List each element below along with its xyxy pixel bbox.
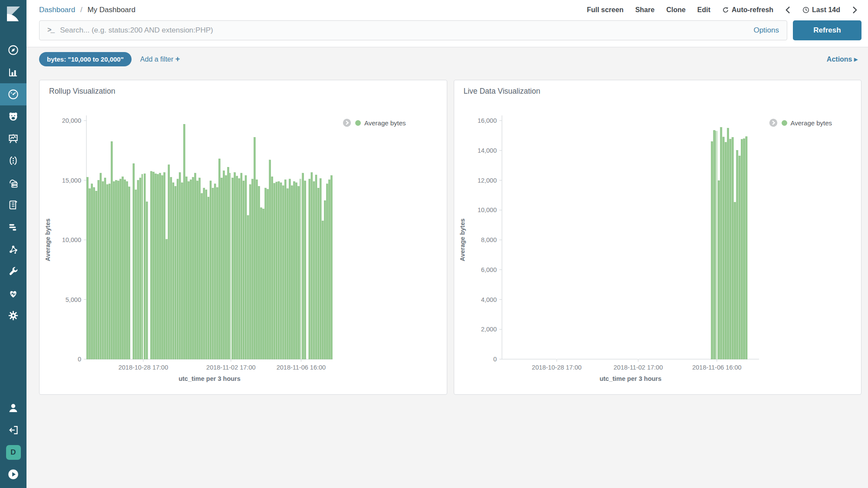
person-icon	[7, 402, 19, 414]
panel-live-data-visualization: Live Data Visualization 02,0004,0006,000…	[454, 80, 862, 395]
sidebar-item-management[interactable]	[0, 305, 26, 327]
sidebar-item-graph[interactable]	[0, 238, 26, 260]
kibana-logo-icon	[6, 6, 21, 22]
sidebar-item-logs[interactable]	[0, 194, 26, 216]
sidebar-item-machine-learning[interactable]	[0, 150, 26, 172]
filter-pill[interactable]: bytes: "10,000 to 20,000"	[39, 52, 132, 66]
svg-text:6,000: 6,000	[481, 266, 496, 273]
sidebar-item-dev-tools[interactable]	[0, 260, 26, 282]
auto-refresh-label: Auto-refresh	[732, 6, 773, 14]
breadcrumb: Dashboard / My Dashboard	[39, 6, 135, 14]
dashboard-grid: Rollup Visualization 05,00010,00015,0002…	[26, 71, 868, 395]
sidebar-collapse-toggle[interactable]	[0, 463, 26, 485]
svg-text:4,000: 4,000	[481, 296, 496, 303]
refresh-cycle-icon	[722, 7, 729, 13]
play-circle-icon	[7, 468, 19, 480]
svg-text:Average bytes: Average bytes	[44, 219, 51, 262]
panel-title: Rollup Visualization	[49, 87, 447, 96]
wrench-icon	[7, 265, 19, 277]
add-filter-label: Add a filter	[140, 56, 173, 63]
sidebar-item-canvas[interactable]	[0, 128, 26, 150]
scroll-icon	[7, 199, 19, 211]
compass-icon	[7, 44, 19, 56]
panel-title: Live Data Visualization	[464, 87, 861, 96]
plus-icon: +	[175, 55, 180, 63]
svg-text:14,000: 14,000	[477, 147, 496, 154]
cloud-servers-icon	[7, 177, 19, 189]
options-link[interactable]: Options	[753, 26, 779, 35]
breadcrumb-dashboard-link[interactable]: Dashboard	[39, 6, 75, 14]
easel-icon	[7, 133, 19, 144]
sidebar-item-infrastructure[interactable]	[0, 172, 26, 194]
legend-collapse-icon[interactable]	[769, 118, 778, 128]
share-button[interactable]: Share	[635, 6, 654, 14]
auto-refresh-button[interactable]: Auto-refresh	[722, 6, 773, 14]
time-back-button[interactable]	[785, 6, 791, 14]
sidebar-nav-top	[0, 39, 26, 327]
chart-wrap: 02,0004,0006,0008,00010,00012,00014,0001…	[454, 96, 861, 387]
space-avatar: D	[6, 445, 21, 460]
legend-label[interactable]: Average bytes	[791, 119, 832, 127]
bars-icon	[7, 221, 19, 233]
chart-legend: Average bytes	[769, 118, 832, 128]
chart-wrap: 05,00010,00015,00020,0002018-10-28 17:00…	[40, 96, 447, 387]
app-root: D Dashboard / My Dashboard Full screen S…	[0, 0, 868, 488]
topbar: Dashboard / My Dashboard Full screen Sha…	[26, 0, 868, 17]
actions-link[interactable]: Actions ▸	[827, 55, 858, 63]
svg-text:2018-10-28 17:00: 2018-10-28 17:00	[119, 364, 168, 371]
actions-label: Actions	[827, 56, 852, 63]
search-input[interactable]	[60, 26, 747, 35]
sidebar-item-visualize[interactable]	[0, 61, 26, 83]
time-range-button[interactable]: Last 14d	[802, 6, 840, 14]
main-area: Dashboard / My Dashboard Full screen Sha…	[26, 0, 868, 488]
filter-bar: bytes: "10,000 to 20,000" Add a filter +…	[26, 47, 868, 71]
heartbeat-icon	[7, 288, 19, 299]
svg-text:16,000: 16,000	[477, 117, 496, 124]
clock-icon	[802, 7, 809, 13]
sidebar-item-timelion[interactable]	[0, 105, 26, 128]
svg-text:2018-11-06 16:00: 2018-11-06 16:00	[277, 364, 326, 371]
svg-text:0: 0	[78, 356, 81, 363]
sidebar-item-logout[interactable]	[0, 419, 26, 441]
time-forward-button[interactable]	[852, 6, 858, 14]
svg-text:utc_time per 3 hours: utc_time per 3 hours	[178, 375, 241, 382]
sidebar-item-user[interactable]	[0, 397, 26, 419]
refresh-button[interactable]: Refresh	[793, 20, 861, 40]
kibana-logo[interactable]	[0, 0, 26, 28]
sidebar-item-space[interactable]: D	[0, 441, 26, 463]
top-menu: Full screen Share Clone Edit Auto-refres…	[587, 6, 858, 14]
svg-text:15,000: 15,000	[62, 177, 81, 184]
sidebar-item-monitoring[interactable]	[0, 282, 26, 305]
search-row: >_ Options Refresh	[26, 17, 868, 47]
legend-label[interactable]: Average bytes	[364, 119, 406, 127]
svg-text:2018-10-28 17:00: 2018-10-28 17:00	[531, 364, 581, 371]
gauge-icon	[7, 88, 19, 100]
sidebar: D	[0, 0, 26, 488]
chevron-left-icon	[785, 6, 791, 14]
svg-text:12,000: 12,000	[477, 177, 496, 184]
gear-icon	[7, 310, 19, 321]
full-screen-button[interactable]: Full screen	[587, 6, 623, 14]
svg-text:20,000: 20,000	[62, 117, 81, 124]
svg-text:2018-11-02 17:00: 2018-11-02 17:00	[614, 364, 663, 371]
bar-chart-icon	[7, 66, 19, 78]
svg-text:Average bytes: Average bytes	[459, 219, 466, 262]
legend-swatch[interactable]	[355, 120, 361, 126]
clone-button[interactable]: Clone	[666, 6, 685, 14]
sidebar-item-apm[interactable]	[0, 216, 26, 238]
panel-rollup-visualization: Rollup Visualization 05,00010,00015,0002…	[39, 80, 447, 395]
legend-swatch[interactable]	[782, 120, 787, 126]
sidebar-nav-bottom: D	[0, 397, 26, 485]
sidebar-item-discover[interactable]	[0, 39, 26, 61]
svg-text:utc_time per 3 hours: utc_time per 3 hours	[599, 375, 661, 382]
legend-collapse-icon[interactable]	[342, 118, 352, 128]
breadcrumb-current: My Dashboard	[87, 6, 135, 14]
edit-button[interactable]: Edit	[697, 6, 710, 14]
svg-text:8,000: 8,000	[481, 236, 496, 243]
breadcrumb-separator: /	[80, 6, 83, 14]
sidebar-item-dashboard[interactable]	[0, 83, 26, 105]
svg-text:10,000: 10,000	[477, 206, 496, 213]
actions-arrow-icon: ▸	[854, 56, 858, 63]
chevron-right-icon	[852, 6, 858, 14]
add-filter-link[interactable]: Add a filter +	[140, 55, 180, 64]
